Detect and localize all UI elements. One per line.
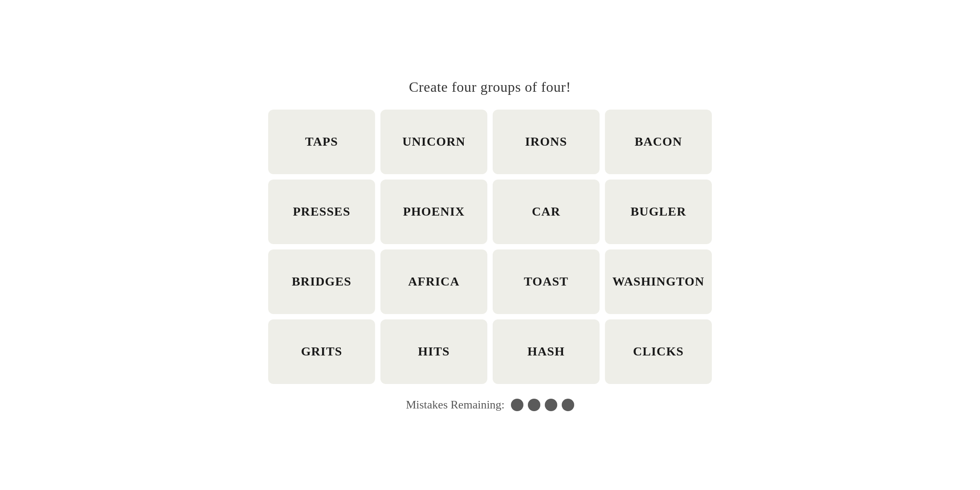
tile-label-toast: TOAST (524, 274, 568, 289)
tile-label-hash: HASH (527, 344, 565, 359)
tile-label-unicorn: UNICORN (402, 135, 466, 149)
tile-grits[interactable]: GRITS (268, 319, 375, 384)
tile-label-bugler: BUGLER (631, 204, 686, 219)
tile-hits[interactable]: HITS (380, 319, 487, 384)
tile-label-bacon: BACON (635, 135, 682, 149)
tile-hash[interactable]: HASH (493, 319, 600, 384)
mistake-dot-2 (528, 399, 540, 411)
tile-toast[interactable]: TOAST (493, 249, 600, 314)
dots-container (511, 399, 574, 411)
tile-bridges[interactable]: BRIDGES (268, 249, 375, 314)
tile-clicks[interactable]: CLICKS (605, 319, 712, 384)
tile-phoenix[interactable]: PHOENIX (380, 180, 487, 244)
tile-label-clicks: CLICKS (633, 344, 684, 359)
tile-label-irons: IRONS (525, 135, 567, 149)
tile-bugler[interactable]: BUGLER (605, 180, 712, 244)
tile-label-presses: PRESSES (293, 204, 350, 219)
tile-washington[interactable]: WASHINGTON (605, 249, 712, 314)
mistakes-label: Mistakes Remaining: (406, 398, 505, 412)
tile-label-hits: HITS (418, 344, 449, 359)
tile-taps[interactable]: TAPS (268, 110, 375, 174)
mistakes-section: Mistakes Remaining: (406, 398, 574, 412)
mistake-dot-1 (511, 399, 523, 411)
tile-unicorn[interactable]: UNICORN (380, 110, 487, 174)
tile-presses[interactable]: PRESSES (268, 180, 375, 244)
page-container: Create four groups of four! TAPSUNICORNI… (0, 79, 980, 412)
mistake-dot-4 (562, 399, 574, 411)
tile-label-washington: WASHINGTON (612, 274, 705, 289)
tile-label-taps: TAPS (305, 135, 338, 149)
tile-car[interactable]: CAR (493, 180, 600, 244)
tile-africa[interactable]: AFRICA (380, 249, 487, 314)
tile-label-africa: AFRICA (408, 274, 460, 289)
subtitle: Create four groups of four! (409, 79, 571, 95)
tile-label-bridges: BRIDGES (292, 274, 351, 289)
tile-label-car: CAR (532, 204, 560, 219)
tile-label-grits: GRITS (301, 344, 343, 359)
mistake-dot-3 (545, 399, 557, 411)
tile-label-phoenix: PHOENIX (403, 204, 465, 219)
tile-bacon[interactable]: BACON (605, 110, 712, 174)
tile-irons[interactable]: IRONS (493, 110, 600, 174)
word-grid: TAPSUNICORNIRONSBACONPRESSESPHOENIXCARBU… (268, 110, 712, 384)
